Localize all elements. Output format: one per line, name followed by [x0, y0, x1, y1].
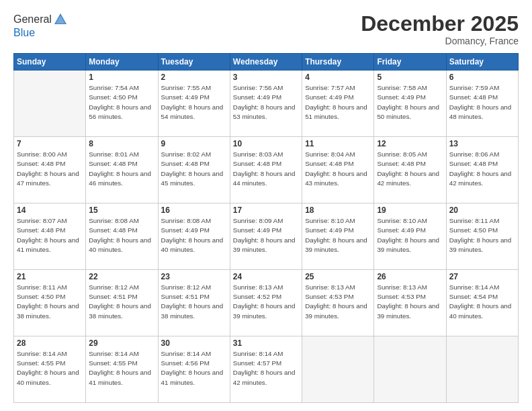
day-info: Sunrise: 7:56 AMSunset: 4:49 PMDaylight:… [233, 83, 299, 122]
weekday-header-monday: Monday [86, 54, 158, 71]
day-number: 12 [377, 139, 443, 148]
weekday-header-sunday: Sunday [14, 54, 86, 71]
day-info: Sunrise: 8:11 AMSunset: 4:50 PMDaylight:… [17, 283, 83, 321]
calendar-week-5: 28Sunrise: 8:14 AMSunset: 4:55 PMDayligh… [14, 336, 519, 403]
day-info: Sunrise: 8:01 AMSunset: 4:48 PMDaylight:… [89, 150, 154, 188]
day-number: 4 [305, 73, 371, 82]
day-number: 25 [305, 272, 371, 281]
header: General Blue December 2025 Domancy, Fran… [13, 12, 519, 46]
day-info: Sunrise: 7:59 AMSunset: 4:48 PMDaylight:… [449, 83, 515, 122]
day-info: Sunrise: 8:00 AMSunset: 4:48 PMDaylight:… [17, 150, 83, 188]
day-number: 17 [233, 205, 299, 215]
calendar-cell: 11Sunrise: 8:04 AMSunset: 4:48 PMDayligh… [302, 137, 374, 203]
calendar-cell [374, 336, 446, 403]
day-info: Sunrise: 8:13 AMSunset: 4:52 PMDaylight:… [233, 283, 299, 321]
day-number: 22 [89, 272, 154, 281]
day-number: 8 [89, 139, 154, 148]
logo-blue-text: Blue [13, 27, 68, 39]
calendar-week-3: 14Sunrise: 8:07 AMSunset: 4:48 PMDayligh… [14, 203, 519, 270]
logo-general-text: General [13, 13, 52, 26]
calendar-cell: 29Sunrise: 8:14 AMSunset: 4:55 PMDayligh… [86, 336, 158, 403]
calendar-cell: 25Sunrise: 8:13 AMSunset: 4:53 PMDayligh… [302, 270, 374, 336]
day-info: Sunrise: 8:09 AMSunset: 4:49 PMDaylight:… [233, 216, 299, 255]
calendar-cell: 31Sunrise: 8:14 AMSunset: 4:57 PMDayligh… [230, 336, 302, 403]
day-info: Sunrise: 8:08 AMSunset: 4:49 PMDaylight:… [161, 216, 227, 255]
calendar-cell: 1Sunrise: 7:54 AMSunset: 4:50 PMDaylight… [86, 71, 158, 137]
logo-icon [53, 12, 68, 27]
day-number: 5 [377, 73, 443, 82]
day-number: 21 [17, 272, 83, 281]
day-info: Sunrise: 8:08 AMSunset: 4:48 PMDaylight:… [89, 216, 154, 255]
day-info: Sunrise: 8:02 AMSunset: 4:48 PMDaylight:… [161, 150, 227, 188]
day-info: Sunrise: 8:03 AMSunset: 4:48 PMDaylight:… [233, 150, 299, 188]
calendar-cell: 6Sunrise: 7:59 AMSunset: 4:48 PMDaylight… [446, 71, 518, 137]
calendar-cell: 21Sunrise: 8:11 AMSunset: 4:50 PMDayligh… [14, 270, 86, 336]
day-info: Sunrise: 8:06 AMSunset: 4:48 PMDaylight:… [449, 150, 515, 188]
calendar-cell: 26Sunrise: 8:13 AMSunset: 4:53 PMDayligh… [374, 270, 446, 336]
day-number: 15 [89, 205, 154, 215]
logo: General Blue [13, 12, 68, 39]
day-number: 24 [233, 272, 299, 281]
calendar-cell [446, 336, 518, 403]
day-info: Sunrise: 8:05 AMSunset: 4:48 PMDaylight:… [377, 150, 443, 188]
day-number: 30 [161, 338, 227, 348]
calendar-cell: 23Sunrise: 8:12 AMSunset: 4:51 PMDayligh… [158, 270, 230, 336]
day-info: Sunrise: 8:14 AMSunset: 4:55 PMDaylight:… [89, 349, 154, 387]
calendar-cell: 22Sunrise: 8:12 AMSunset: 4:51 PMDayligh… [86, 270, 158, 336]
day-number: 20 [449, 205, 515, 215]
calendar-cell: 9Sunrise: 8:02 AMSunset: 4:48 PMDaylight… [158, 137, 230, 203]
calendar-cell: 3Sunrise: 7:56 AMSunset: 4:49 PMDaylight… [230, 71, 302, 137]
weekday-header-saturday: Saturday [446, 54, 518, 71]
weekday-header-friday: Friday [374, 54, 446, 71]
title-block: December 2025 Domancy, France [361, 12, 519, 46]
day-number: 6 [449, 73, 515, 82]
weekday-header-tuesday: Tuesday [158, 54, 230, 71]
calendar-cell: 20Sunrise: 8:11 AMSunset: 4:50 PMDayligh… [446, 203, 518, 270]
day-number: 13 [449, 139, 515, 148]
day-info: Sunrise: 7:58 AMSunset: 4:49 PMDaylight:… [377, 83, 443, 122]
calendar-cell: 7Sunrise: 8:00 AMSunset: 4:48 PMDaylight… [14, 137, 86, 203]
day-info: Sunrise: 8:14 AMSunset: 4:54 PMDaylight:… [449, 283, 515, 321]
calendar-table: SundayMondayTuesdayWednesdayThursdayFrid… [13, 53, 519, 403]
calendar-cell [302, 336, 374, 403]
day-number: 10 [233, 139, 299, 148]
day-info: Sunrise: 8:10 AMSunset: 4:49 PMDaylight:… [377, 216, 443, 255]
day-number: 7 [17, 139, 83, 148]
calendar-header-row: SundayMondayTuesdayWednesdayThursdayFrid… [14, 54, 519, 71]
weekday-header-thursday: Thursday [302, 54, 374, 71]
calendar-cell: 16Sunrise: 8:08 AMSunset: 4:49 PMDayligh… [158, 203, 230, 270]
day-number: 9 [161, 139, 227, 148]
day-info: Sunrise: 8:04 AMSunset: 4:48 PMDaylight:… [305, 150, 371, 188]
day-info: Sunrise: 7:54 AMSunset: 4:50 PMDaylight:… [89, 83, 154, 122]
day-info: Sunrise: 7:57 AMSunset: 4:49 PMDaylight:… [305, 83, 371, 122]
day-info: Sunrise: 8:10 AMSunset: 4:49 PMDaylight:… [305, 216, 371, 255]
calendar-cell: 14Sunrise: 8:07 AMSunset: 4:48 PMDayligh… [14, 203, 86, 270]
calendar-cell: 4Sunrise: 7:57 AMSunset: 4:49 PMDaylight… [302, 71, 374, 137]
day-number: 19 [377, 205, 443, 215]
day-number: 31 [233, 338, 299, 348]
calendar-cell: 28Sunrise: 8:14 AMSunset: 4:55 PMDayligh… [14, 336, 86, 403]
weekday-header-wednesday: Wednesday [230, 54, 302, 71]
day-number: 16 [161, 205, 227, 215]
calendar-cell: 5Sunrise: 7:58 AMSunset: 4:49 PMDaylight… [374, 71, 446, 137]
day-number: 28 [17, 338, 83, 348]
calendar-cell: 17Sunrise: 8:09 AMSunset: 4:49 PMDayligh… [230, 203, 302, 270]
calendar-cell: 8Sunrise: 8:01 AMSunset: 4:48 PMDaylight… [86, 137, 158, 203]
day-info: Sunrise: 7:55 AMSunset: 4:49 PMDaylight:… [161, 83, 227, 122]
calendar-week-2: 7Sunrise: 8:00 AMSunset: 4:48 PMDaylight… [14, 137, 519, 203]
day-info: Sunrise: 8:13 AMSunset: 4:53 PMDaylight:… [377, 283, 443, 321]
day-number: 23 [161, 272, 227, 281]
calendar-cell: 13Sunrise: 8:06 AMSunset: 4:48 PMDayligh… [446, 137, 518, 203]
calendar-cell: 19Sunrise: 8:10 AMSunset: 4:49 PMDayligh… [374, 203, 446, 270]
day-number: 2 [161, 73, 227, 82]
day-number: 1 [89, 73, 154, 82]
calendar-cell: 30Sunrise: 8:14 AMSunset: 4:56 PMDayligh… [158, 336, 230, 403]
calendar-cell [14, 71, 86, 137]
calendar-cell: 15Sunrise: 8:08 AMSunset: 4:48 PMDayligh… [86, 203, 158, 270]
page: General Blue December 2025 Domancy, Fran… [0, 0, 532, 411]
day-number: 14 [17, 205, 83, 215]
day-number: 26 [377, 272, 443, 281]
day-number: 27 [449, 272, 515, 281]
calendar-cell: 2Sunrise: 7:55 AMSunset: 4:49 PMDaylight… [158, 71, 230, 137]
day-info: Sunrise: 8:07 AMSunset: 4:48 PMDaylight:… [17, 216, 83, 255]
